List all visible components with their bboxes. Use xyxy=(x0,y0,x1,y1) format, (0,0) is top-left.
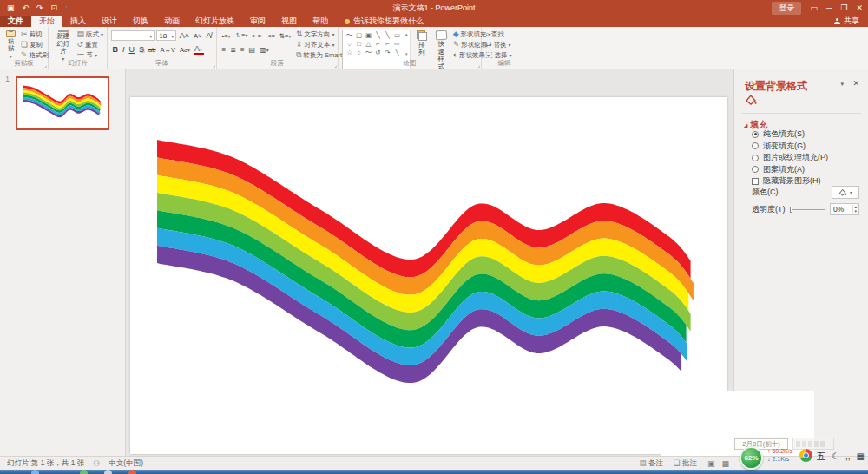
shape-glyph-icon[interactable]: △ xyxy=(364,40,373,49)
customize-qat-icon[interactable]: ▾ xyxy=(65,3,68,12)
slide-sorter-view-icon[interactable]: ▦ xyxy=(721,459,729,468)
shape-glyph-icon[interactable]: ⇨ xyxy=(392,40,402,49)
tab-动画[interactable]: 动画 xyxy=(156,16,187,27)
transparency-spinner[interactable]: 0% ▲▼ xyxy=(830,203,859,215)
font-size-combo[interactable]: 18▾ xyxy=(156,30,176,41)
pane-close-icon[interactable]: ✕ xyxy=(852,79,859,88)
slide-canvas[interactable] xyxy=(130,97,727,454)
font-name-combo[interactable]: ▾ xyxy=(111,30,155,41)
align-center-button[interactable]: ≣ xyxy=(229,46,238,54)
speed-ball-widget[interactable]: 62% xyxy=(740,446,763,470)
tab-开始[interactable]: 开始 xyxy=(31,16,62,27)
grow-font-button[interactable]: A˄ xyxy=(178,31,190,40)
shape-glyph-icon[interactable]: 〜 xyxy=(345,31,354,40)
shape-glyph-icon[interactable]: ○ xyxy=(354,49,364,57)
tab-设计[interactable]: 设计 xyxy=(94,16,125,27)
columns-button[interactable]: ▥▾ xyxy=(259,46,271,54)
shape-glyph-icon[interactable]: ☆ xyxy=(345,49,354,57)
decrease-indent-button[interactable]: ⇤≡ xyxy=(251,32,263,40)
radio-icon[interactable] xyxy=(752,142,759,149)
text-shadow-button[interactable]: S xyxy=(138,45,146,54)
paragraph-dialog-launcher-icon[interactable]: ⌟ xyxy=(334,62,337,68)
share-button[interactable]: 共享 xyxy=(834,16,868,27)
tray-icon[interactable]: ▦ xyxy=(857,452,865,461)
radio-icon[interactable] xyxy=(752,131,759,138)
fill-option-checkbox[interactable]: 隐藏背景图形(H) xyxy=(752,177,828,185)
slide-thumbnail[interactable] xyxy=(16,76,109,130)
shape-glyph-icon[interactable]: ↺ xyxy=(373,49,383,57)
shape-glyph-icon[interactable]: 〜 xyxy=(364,49,373,57)
reset-button[interactable]: ↺重置 xyxy=(76,40,103,49)
justify-button[interactable]: ▤ xyxy=(247,46,257,54)
layout-button[interactable]: ▤版式▾ xyxy=(76,30,103,39)
windows-taskbar[interactable] xyxy=(0,470,868,474)
numbering-button[interactable]: ⒈≡▾ xyxy=(233,31,249,40)
align-right-button[interactable]: ≡ xyxy=(239,46,246,54)
close-icon[interactable]: ✕ xyxy=(856,3,863,12)
fill-option-radio[interactable]: 图片或纹理填充(P) xyxy=(752,154,828,161)
clipboard-dialog-launcher-icon[interactable]: ⌟ xyxy=(44,62,47,68)
color-picker-button[interactable]: ▾ xyxy=(832,186,859,199)
pane-options-icon[interactable]: ▾ xyxy=(840,81,844,88)
accessibility-icon[interactable]: ⚇ xyxy=(93,459,100,468)
slideshow-icon[interactable]: ⊡ xyxy=(51,3,58,12)
radio-icon[interactable] xyxy=(752,155,759,161)
transparency-slider[interactable] xyxy=(790,209,826,210)
taskbar-app-icon[interactable] xyxy=(104,470,112,474)
italic-button[interactable]: I xyxy=(122,45,127,54)
fill-option-radio[interactable]: 图案填充(A) xyxy=(752,166,828,174)
underline-button[interactable]: U xyxy=(128,45,136,54)
chrome-icon[interactable] xyxy=(799,449,812,462)
tray-icon[interactable]: ☾ xyxy=(832,452,839,461)
shrink-font-button[interactable]: A˅ xyxy=(193,32,203,40)
tab-帮助[interactable]: 帮助 xyxy=(305,16,336,27)
character-spacing-button[interactable]: A↔V xyxy=(159,46,177,54)
tab-文件[interactable]: 文件 xyxy=(0,16,31,27)
tray-icon[interactable]: ,, xyxy=(845,452,851,461)
minimize-icon[interactable]: ─ xyxy=(826,3,832,12)
tab-切换[interactable]: 切换 xyxy=(125,16,156,27)
drawing-dialog-launcher-icon[interactable]: ⌟ xyxy=(477,62,480,68)
shape-glyph-icon[interactable]: ▢ xyxy=(354,31,364,40)
line-spacing-button[interactable]: ⇅≡▾ xyxy=(278,32,293,40)
taskbar-app-icon[interactable] xyxy=(128,470,136,474)
taskbar-app-icon[interactable] xyxy=(31,470,39,474)
save-icon[interactable]: ▣ xyxy=(7,3,15,12)
undo-icon[interactable]: ↶ xyxy=(23,3,30,12)
increase-indent-button[interactable]: ⇥≡ xyxy=(265,32,277,40)
redo-icon[interactable]: ↷ xyxy=(36,3,43,12)
shape-glyph-icon[interactable]: ╲ xyxy=(383,31,392,40)
spin-down-icon[interactable]: ▼ xyxy=(854,209,858,214)
copy-button[interactable]: ❏复制 xyxy=(21,40,49,49)
tray-icon[interactable]: 五 xyxy=(817,452,825,461)
shape-glyph-icon[interactable]: ╲ xyxy=(392,49,402,57)
cut-button[interactable]: ✂剪切 xyxy=(21,30,49,39)
restore-icon[interactable]: ❐ xyxy=(840,3,847,12)
taskbar-app-icon[interactable] xyxy=(80,470,88,474)
find-button[interactable]: ⌕查找 xyxy=(485,30,523,39)
replace-button[interactable]: ⇄替换▾ xyxy=(485,40,523,49)
bullets-button[interactable]: •≡▾ xyxy=(220,32,232,40)
tab-审阅[interactable]: 审阅 xyxy=(242,16,273,27)
paste-button[interactable]: 粘贴 ▾ xyxy=(3,30,18,60)
font-color-button[interactable]: A▾ xyxy=(194,44,204,55)
shape-glyph-icon[interactable]: ▣ xyxy=(364,31,373,40)
sign-in-button[interactable]: 登录 xyxy=(772,2,801,15)
change-case-button[interactable]: Aa▾ xyxy=(178,46,191,54)
slider-handle[interactable] xyxy=(790,207,792,213)
shape-glyph-icon[interactable]: ○ xyxy=(345,40,354,49)
strikethrough-button[interactable]: ab xyxy=(148,46,157,54)
new-slide-button[interactable]: 新建幻灯片 ▾ xyxy=(52,30,74,60)
tab-插入[interactable]: 插入 xyxy=(62,16,94,27)
tab-幻灯片放映[interactable]: 幻灯片放映 xyxy=(187,16,242,27)
language-indicator[interactable]: 中文(中国) xyxy=(108,458,143,469)
fill-option-radio[interactable]: 纯色填充(S) xyxy=(752,130,828,138)
tell-me-search[interactable]: 告诉我你想要做什么 xyxy=(336,16,432,27)
ribbon-display-options-icon[interactable]: ▭ xyxy=(810,3,818,12)
shape-glyph-icon[interactable]: ⌐ xyxy=(373,40,383,49)
comments-button[interactable]: ❑ 批注 xyxy=(674,458,697,469)
align-left-button[interactable]: ≡ xyxy=(220,46,227,54)
shape-glyph-icon[interactable]: ╲ xyxy=(373,31,383,40)
normal-view-icon[interactable]: ▣ xyxy=(707,459,715,468)
tab-视图[interactable]: 视图 xyxy=(273,16,305,27)
